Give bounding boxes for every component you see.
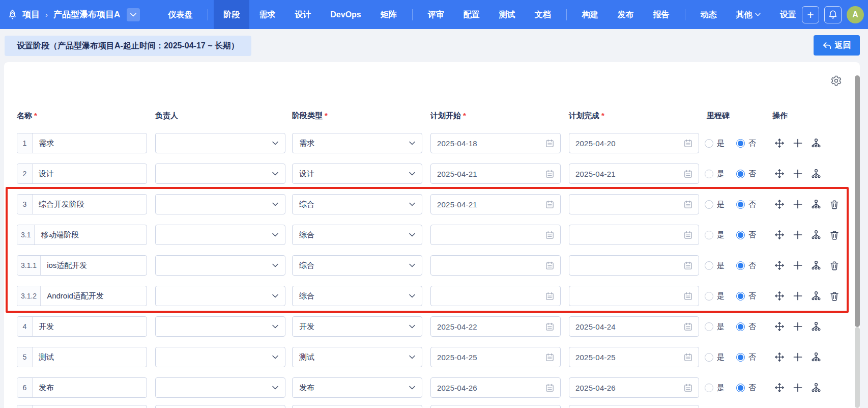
split-stage-button[interactable] xyxy=(811,199,821,209)
add-stage-button[interactable] xyxy=(793,352,803,362)
planned-start-input[interactable]: 2025-04-22 xyxy=(430,316,561,337)
milestone-no-label[interactable]: 否 xyxy=(748,200,756,209)
notification-bell-button[interactable] xyxy=(824,6,842,23)
menu-item-8[interactable]: 配置 xyxy=(454,0,489,29)
milestone-yes-radio[interactable] xyxy=(705,384,713,392)
delete-stage-button[interactable] xyxy=(829,261,840,270)
delete-stage-button[interactable] xyxy=(829,230,840,240)
planned-start-input[interactable]: 2025-04-21 xyxy=(430,194,561,214)
menu-item-16[interactable]: 设置 xyxy=(770,0,806,29)
move-handle[interactable] xyxy=(774,352,785,362)
planned-finish-input[interactable]: 2025-04-24 xyxy=(569,316,699,337)
menu-item-14[interactable]: 动态 xyxy=(691,0,727,29)
milestone-no-label[interactable]: 否 xyxy=(748,139,756,148)
stage-type-select[interactable]: 开发 xyxy=(292,316,422,337)
milestone-yes-label[interactable]: 是 xyxy=(717,200,725,209)
milestone-no-label[interactable]: 否 xyxy=(748,352,756,362)
stage-type-select[interactable]: 需求 xyxy=(292,133,422,153)
planned-start-input[interactable]: 2025-04-26 xyxy=(430,377,561,398)
planned-finish-input[interactable] xyxy=(569,255,699,276)
stage-name-input[interactable]: ios适配开发 xyxy=(41,256,147,275)
menu-item-7[interactable]: 评审 xyxy=(418,0,454,29)
breadcrumb-project[interactable]: 产品型瀑布项目A xyxy=(53,9,120,20)
menu-item-5[interactable]: DevOps xyxy=(321,0,370,29)
menu-item-1[interactable]: 仪表盘 xyxy=(158,0,202,29)
milestone-no-label[interactable]: 否 xyxy=(748,261,756,270)
planned-finish-input[interactable] xyxy=(569,405,699,408)
add-stage-button[interactable] xyxy=(793,291,803,301)
milestone-yes-radio[interactable] xyxy=(705,261,713,270)
split-stage-button[interactable] xyxy=(811,291,821,301)
menu-item-15[interactable]: 其他 xyxy=(727,0,770,29)
milestone-no-label[interactable]: 否 xyxy=(748,383,756,393)
add-stage-button[interactable] xyxy=(793,169,803,178)
milestone-yes-label[interactable]: 是 xyxy=(717,139,725,148)
milestone-yes-label[interactable]: 是 xyxy=(717,291,725,301)
planned-start-input[interactable] xyxy=(430,225,561,245)
menu-item-9[interactable]: 测试 xyxy=(489,0,525,29)
owner-select[interactable] xyxy=(155,316,285,337)
move-handle[interactable] xyxy=(774,383,785,393)
owner-select[interactable] xyxy=(155,286,285,306)
stage-type-select[interactable]: 综合 xyxy=(292,225,422,245)
stage-name-input[interactable]: Android适配开发 xyxy=(41,286,147,306)
stage-name-input[interactable]: 发布 xyxy=(33,378,147,397)
add-stage-button[interactable] xyxy=(793,383,803,392)
split-stage-button[interactable] xyxy=(811,230,821,240)
stage-type-select[interactable] xyxy=(292,405,422,408)
stage-name-input[interactable]: 移动端阶段 xyxy=(35,225,147,244)
stage-name-input[interactable]: 需求 xyxy=(33,133,147,153)
planned-finish-input[interactable]: 2025-04-21 xyxy=(569,164,699,184)
split-stage-button[interactable] xyxy=(811,138,821,148)
milestone-yes-label[interactable]: 是 xyxy=(717,169,725,179)
split-stage-button[interactable] xyxy=(811,383,821,393)
milestone-no-radio[interactable] xyxy=(736,170,745,178)
move-handle[interactable] xyxy=(774,260,785,270)
owner-select[interactable] xyxy=(155,255,285,276)
milestone-yes-radio[interactable] xyxy=(705,322,713,331)
milestone-yes-radio[interactable] xyxy=(705,292,713,301)
milestone-no-radio[interactable] xyxy=(736,292,745,301)
planned-start-input[interactable]: 2025-04-18 xyxy=(430,133,561,153)
menu-item-3[interactable]: 需求 xyxy=(249,0,285,29)
owner-select[interactable] xyxy=(155,164,285,184)
milestone-no-radio[interactable] xyxy=(736,261,745,270)
stage-name-input[interactable]: 开发 xyxy=(33,317,147,336)
planned-finish-input[interactable] xyxy=(569,225,699,245)
menu-item-11[interactable]: 构建 xyxy=(572,0,608,29)
split-stage-button[interactable] xyxy=(811,169,821,179)
owner-select[interactable] xyxy=(155,225,285,245)
milestone-yes-radio[interactable] xyxy=(705,170,713,178)
stage-name-input[interactable]: 设计 xyxy=(33,164,147,183)
milestone-no-label[interactable]: 否 xyxy=(748,322,756,332)
planned-finish-input[interactable]: 2025-04-20 xyxy=(569,133,699,153)
milestone-no-radio[interactable] xyxy=(736,384,745,392)
owner-select[interactable] xyxy=(155,133,285,153)
owner-select[interactable] xyxy=(155,405,285,408)
milestone-yes-label[interactable]: 是 xyxy=(717,352,725,362)
move-handle[interactable] xyxy=(774,230,785,240)
breadcrumb-section[interactable]: 项目 xyxy=(22,9,40,20)
menu-item-12[interactable]: 发布 xyxy=(608,0,644,29)
add-stage-button[interactable] xyxy=(793,139,803,148)
planned-start-input[interactable] xyxy=(430,286,561,306)
milestone-yes-radio[interactable] xyxy=(705,139,713,148)
planned-start-input[interactable] xyxy=(430,255,561,276)
delete-stage-button[interactable] xyxy=(829,200,840,209)
delete-stage-button[interactable] xyxy=(829,291,840,301)
stage-name-input[interactable] xyxy=(33,405,147,408)
planned-start-input[interactable]: 2025-04-25 xyxy=(430,347,561,367)
milestone-no-radio[interactable] xyxy=(736,231,745,239)
planned-start-input[interactable] xyxy=(430,405,561,408)
add-stage-button[interactable] xyxy=(793,322,803,331)
menu-item-4[interactable]: 设计 xyxy=(285,0,321,29)
milestone-yes-radio[interactable] xyxy=(705,353,713,362)
create-button[interactable]: + xyxy=(802,6,819,23)
menu-item-6[interactable]: 矩阵 xyxy=(371,0,407,29)
menu-item-2[interactable]: 阶段 xyxy=(214,0,249,29)
move-handle[interactable] xyxy=(774,138,785,148)
planned-finish-input[interactable]: 2025-04-25 xyxy=(569,347,699,367)
move-handle[interactable] xyxy=(774,169,785,179)
milestone-yes-radio[interactable] xyxy=(705,200,713,209)
planned-start-input[interactable]: 2025-04-21 xyxy=(430,164,561,184)
